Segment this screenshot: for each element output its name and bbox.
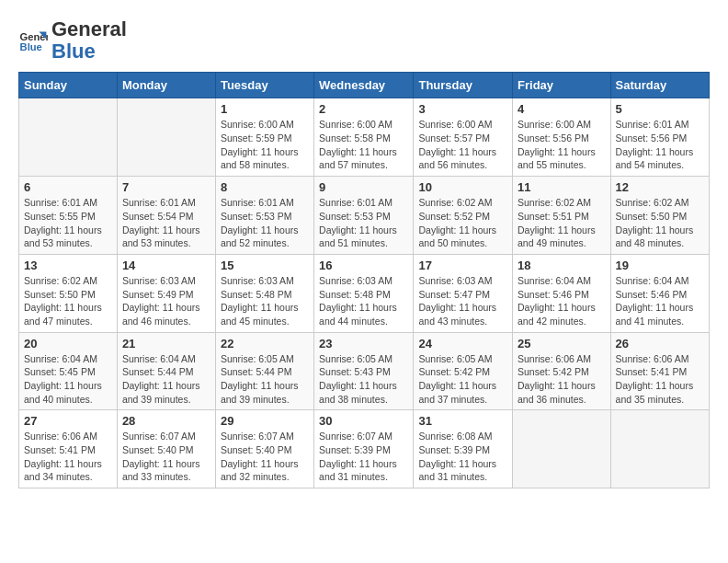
day-number: 13 bbox=[24, 259, 112, 272]
day-number: 23 bbox=[319, 337, 408, 350]
calendar-cell: 24Sunrise: 6:05 AM Sunset: 5:42 PM Dayli… bbox=[414, 332, 513, 410]
day-number: 14 bbox=[122, 259, 210, 272]
day-info: Sunrise: 6:04 AM Sunset: 5:44 PM Dayligh… bbox=[122, 352, 210, 407]
col-header-tuesday: Tuesday bbox=[215, 73, 313, 98]
day-number: 18 bbox=[518, 259, 606, 272]
calendar-cell: 28Sunrise: 6:07 AM Sunset: 5:40 PM Dayli… bbox=[117, 410, 215, 488]
day-number: 26 bbox=[616, 337, 704, 350]
day-number: 3 bbox=[418, 102, 507, 116]
calendar-cell: 9Sunrise: 6:01 AM Sunset: 5:53 PM Daylig… bbox=[314, 177, 414, 255]
day-info: Sunrise: 6:02 AM Sunset: 5:50 PM Dayligh… bbox=[616, 196, 704, 250]
day-info: Sunrise: 6:03 AM Sunset: 5:47 PM Dayligh… bbox=[418, 274, 507, 328]
logo-icon: General Blue bbox=[18, 26, 48, 55]
day-number: 10 bbox=[418, 180, 507, 194]
day-number: 8 bbox=[221, 180, 309, 194]
calendar-cell: 19Sunrise: 6:04 AM Sunset: 5:46 PM Dayli… bbox=[610, 254, 709, 332]
week-row-2: 13Sunrise: 6:02 AM Sunset: 5:50 PM Dayli… bbox=[19, 254, 710, 332]
day-number: 30 bbox=[319, 414, 408, 428]
calendar-header-row: SundayMondayTuesdayWednesdayThursdayFrid… bbox=[19, 73, 710, 98]
calendar-cell: 6Sunrise: 6:01 AM Sunset: 5:55 PM Daylig… bbox=[19, 177, 118, 255]
calendar-cell: 5Sunrise: 6:01 AM Sunset: 5:56 PM Daylig… bbox=[610, 98, 709, 177]
calendar-cell: 3Sunrise: 6:00 AM Sunset: 5:57 PM Daylig… bbox=[414, 98, 513, 177]
calendar-cell: 7Sunrise: 6:01 AM Sunset: 5:54 PM Daylig… bbox=[117, 177, 215, 255]
week-row-4: 27Sunrise: 6:06 AM Sunset: 5:41 PM Dayli… bbox=[19, 410, 710, 488]
day-info: Sunrise: 6:02 AM Sunset: 5:51 PM Dayligh… bbox=[518, 196, 606, 250]
calendar-cell: 14Sunrise: 6:03 AM Sunset: 5:49 PM Dayli… bbox=[117, 254, 215, 332]
day-info: Sunrise: 6:01 AM Sunset: 5:56 PM Dayligh… bbox=[616, 118, 704, 172]
calendar-cell: 4Sunrise: 6:00 AM Sunset: 5:56 PM Daylig… bbox=[513, 98, 611, 177]
day-number: 20 bbox=[24, 337, 112, 350]
day-info: Sunrise: 6:04 AM Sunset: 5:45 PM Dayligh… bbox=[24, 352, 112, 407]
day-info: Sunrise: 6:06 AM Sunset: 5:42 PM Dayligh… bbox=[518, 352, 606, 407]
calendar-cell: 23Sunrise: 6:05 AM Sunset: 5:43 PM Dayli… bbox=[314, 332, 414, 410]
day-info: Sunrise: 6:01 AM Sunset: 5:54 PM Dayligh… bbox=[122, 196, 210, 250]
day-info: Sunrise: 6:00 AM Sunset: 5:59 PM Dayligh… bbox=[221, 118, 309, 172]
col-header-friday: Friday bbox=[513, 73, 611, 98]
day-number: 22 bbox=[221, 337, 309, 350]
day-info: Sunrise: 6:02 AM Sunset: 5:50 PM Dayligh… bbox=[24, 274, 112, 328]
day-info: Sunrise: 6:07 AM Sunset: 5:40 PM Dayligh… bbox=[221, 430, 309, 484]
day-number: 24 bbox=[418, 337, 507, 350]
calendar-cell bbox=[19, 98, 118, 177]
day-number: 12 bbox=[616, 180, 704, 194]
day-info: Sunrise: 6:05 AM Sunset: 5:43 PM Dayligh… bbox=[319, 352, 408, 407]
calendar-cell: 17Sunrise: 6:03 AM Sunset: 5:47 PM Dayli… bbox=[414, 254, 513, 332]
day-info: Sunrise: 6:06 AM Sunset: 5:41 PM Dayligh… bbox=[24, 430, 112, 484]
day-info: Sunrise: 6:04 AM Sunset: 5:46 PM Dayligh… bbox=[616, 274, 704, 328]
calendar-cell: 10Sunrise: 6:02 AM Sunset: 5:52 PM Dayli… bbox=[414, 177, 513, 255]
day-info: Sunrise: 6:07 AM Sunset: 5:40 PM Dayligh… bbox=[122, 430, 210, 484]
day-number: 19 bbox=[616, 259, 704, 272]
week-row-1: 6Sunrise: 6:01 AM Sunset: 5:55 PM Daylig… bbox=[19, 177, 710, 255]
day-number: 9 bbox=[319, 180, 408, 194]
day-info: Sunrise: 6:03 AM Sunset: 5:48 PM Dayligh… bbox=[319, 274, 408, 328]
day-info: Sunrise: 6:06 AM Sunset: 5:41 PM Dayligh… bbox=[616, 352, 704, 407]
col-header-saturday: Saturday bbox=[610, 73, 709, 98]
day-info: Sunrise: 6:07 AM Sunset: 5:39 PM Dayligh… bbox=[319, 430, 408, 484]
day-number: 15 bbox=[221, 259, 309, 272]
calendar-cell: 29Sunrise: 6:07 AM Sunset: 5:40 PM Dayli… bbox=[215, 410, 313, 488]
logo: General Blue GeneralBlue bbox=[18, 18, 127, 63]
calendar-cell bbox=[513, 410, 611, 488]
day-number: 31 bbox=[418, 414, 507, 428]
day-number: 7 bbox=[122, 180, 210, 194]
day-number: 16 bbox=[319, 259, 408, 272]
calendar-cell: 27Sunrise: 6:06 AM Sunset: 5:41 PM Dayli… bbox=[19, 410, 118, 488]
calendar-cell: 13Sunrise: 6:02 AM Sunset: 5:50 PM Dayli… bbox=[19, 254, 118, 332]
page-header: General Blue GeneralBlue bbox=[18, 18, 710, 63]
svg-text:Blue: Blue bbox=[20, 41, 42, 52]
week-row-3: 20Sunrise: 6:04 AM Sunset: 5:45 PM Dayli… bbox=[19, 332, 710, 410]
day-info: Sunrise: 6:01 AM Sunset: 5:55 PM Dayligh… bbox=[24, 196, 112, 250]
day-number: 6 bbox=[24, 180, 112, 194]
day-number: 2 bbox=[319, 102, 408, 116]
calendar-cell: 15Sunrise: 6:03 AM Sunset: 5:48 PM Dayli… bbox=[215, 254, 313, 332]
col-header-sunday: Sunday bbox=[19, 73, 118, 98]
calendar-cell: 18Sunrise: 6:04 AM Sunset: 5:46 PM Dayli… bbox=[513, 254, 611, 332]
day-info: Sunrise: 6:03 AM Sunset: 5:48 PM Dayligh… bbox=[221, 274, 309, 328]
calendar-cell bbox=[117, 98, 215, 177]
day-info: Sunrise: 6:04 AM Sunset: 5:46 PM Dayligh… bbox=[518, 274, 606, 328]
day-info: Sunrise: 6:00 AM Sunset: 5:57 PM Dayligh… bbox=[418, 118, 507, 172]
day-number: 4 bbox=[518, 102, 606, 116]
calendar-cell: 16Sunrise: 6:03 AM Sunset: 5:48 PM Dayli… bbox=[314, 254, 414, 332]
calendar-cell: 21Sunrise: 6:04 AM Sunset: 5:44 PM Dayli… bbox=[117, 332, 215, 410]
day-info: Sunrise: 6:05 AM Sunset: 5:44 PM Dayligh… bbox=[221, 352, 309, 407]
day-number: 25 bbox=[518, 337, 606, 350]
calendar-cell: 12Sunrise: 6:02 AM Sunset: 5:50 PM Dayli… bbox=[610, 177, 709, 255]
calendar-cell: 2Sunrise: 6:00 AM Sunset: 5:58 PM Daylig… bbox=[314, 98, 414, 177]
day-number: 29 bbox=[221, 414, 309, 428]
day-info: Sunrise: 6:08 AM Sunset: 5:39 PM Dayligh… bbox=[418, 430, 507, 484]
day-number: 17 bbox=[418, 259, 507, 272]
day-info: Sunrise: 6:01 AM Sunset: 5:53 PM Dayligh… bbox=[221, 196, 309, 250]
calendar-table: SundayMondayTuesdayWednesdayThursdayFrid… bbox=[18, 72, 710, 488]
day-number: 1 bbox=[221, 102, 309, 116]
calendar-cell: 1Sunrise: 6:00 AM Sunset: 5:59 PM Daylig… bbox=[215, 98, 313, 177]
week-row-0: 1Sunrise: 6:00 AM Sunset: 5:59 PM Daylig… bbox=[19, 98, 710, 177]
calendar-cell: 8Sunrise: 6:01 AM Sunset: 5:53 PM Daylig… bbox=[215, 177, 313, 255]
day-info: Sunrise: 6:02 AM Sunset: 5:52 PM Dayligh… bbox=[418, 196, 507, 250]
col-header-wednesday: Wednesday bbox=[314, 73, 414, 98]
day-info: Sunrise: 6:00 AM Sunset: 5:58 PM Dayligh… bbox=[319, 118, 408, 172]
col-header-monday: Monday bbox=[117, 73, 215, 98]
calendar-cell: 25Sunrise: 6:06 AM Sunset: 5:42 PM Dayli… bbox=[513, 332, 611, 410]
calendar-cell: 22Sunrise: 6:05 AM Sunset: 5:44 PM Dayli… bbox=[215, 332, 313, 410]
day-number: 21 bbox=[122, 337, 210, 350]
